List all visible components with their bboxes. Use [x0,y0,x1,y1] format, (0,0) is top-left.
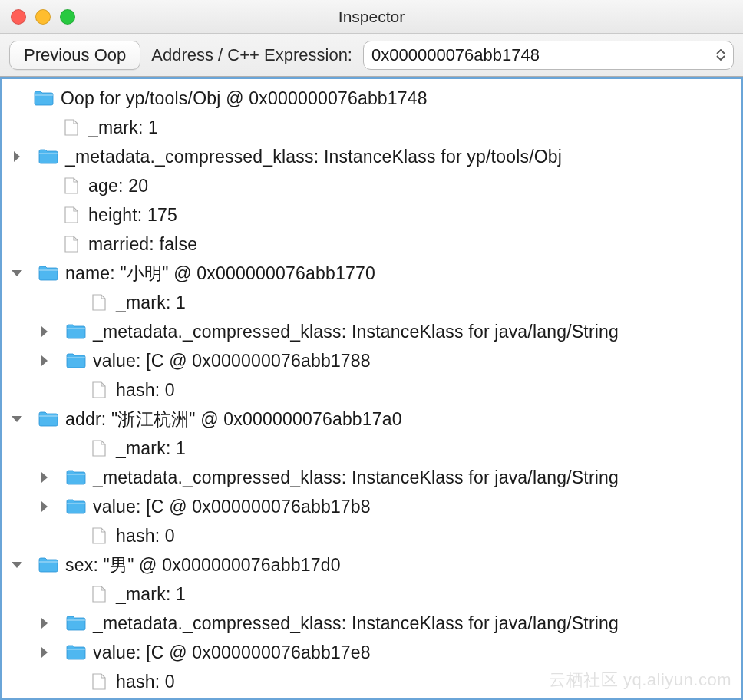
tree-label: _metadata._compressed_klass: InstanceKla… [65,147,562,167]
disclosure-down-icon[interactable] [11,560,23,570]
tree-label: age: 20 [88,176,148,196]
tree-label: height: 175 [88,205,177,226]
disclosure-down-icon[interactable] [11,268,23,279]
file-icon [62,177,81,195]
folder-icon [66,614,86,632]
tree-label: addr: "浙江杭洲" @ 0x000000076abb17a0 [65,408,402,431]
address-value: 0x000000076abb1748 [372,45,710,65]
tree-label: hash: 0 [116,526,175,546]
folder-icon [38,147,58,166]
file-icon [90,293,108,312]
folder-icon [38,410,58,428]
file-icon [90,672,108,691]
tree-row-sex-meta[interactable]: _metadata._compressed_klass: InstanceKla… [7,609,739,638]
tree-label: married: false [88,234,197,255]
disclosure-right-icon[interactable] [39,500,50,513]
address-label: Address / C++ Expression: [151,45,352,65]
tree-row-name-meta[interactable]: _metadata._compressed_klass: InstanceKla… [7,317,739,346]
folder-icon [38,556,58,574]
folder-icon [66,468,86,487]
chevron-down-icon [716,55,725,61]
close-window-button[interactable] [11,9,26,25]
tree-row-root[interactable]: Oop for yp/tools/Obj @ 0x000000076abb174… [7,84,739,113]
tree-row-sex-hash[interactable]: hash: 0 [7,667,739,696]
tree-row-sex-value[interactable]: value: [C @ 0x000000076abb17e8 [7,638,739,667]
tree-label: hash: 0 [116,380,175,401]
tree-row-name-mark[interactable]: _mark: 1 [7,288,739,317]
titlebar: Inspector [0,0,743,34]
disclosure-right-icon[interactable] [39,471,50,484]
tree-row-name-value[interactable]: value: [C @ 0x000000076abb1788 [7,346,739,375]
previous-oop-label: Previous Oop [24,45,126,65]
tree-label: hash: 0 [116,672,175,692]
folder-icon [66,352,86,370]
toolbar: Previous Oop Address / C++ Expression: 0… [0,34,743,77]
file-icon [62,206,81,224]
previous-oop-button[interactable]: Previous Oop [9,41,140,70]
tree-label: sex: "男" @ 0x000000076abb17d0 [65,553,341,577]
tree-row-addr-meta[interactable]: _metadata._compressed_klass: InstanceKla… [7,463,739,492]
folder-icon [66,497,86,516]
disclosure-right-icon[interactable] [39,355,50,367]
minimize-window-button[interactable] [35,9,51,25]
tree-row-name-hash[interactable]: hash: 0 [7,375,739,404]
tree-view[interactable]: Oop for yp/tools/Obj @ 0x000000076abb174… [0,77,743,700]
tree-row-addr-hash[interactable]: hash: 0 [7,521,739,550]
chevron-up-icon [716,49,725,55]
tree-label: _metadata._compressed_klass: InstanceKla… [93,613,619,634]
tree-row-addr[interactable]: addr: "浙江杭洲" @ 0x000000076abb17a0 [7,404,739,434]
folder-icon [34,89,54,107]
tree-label: _mark: 1 [116,584,186,605]
disclosure-right-icon[interactable] [39,617,50,629]
tree-label: value: [C @ 0x000000076abb17e8 [93,642,371,663]
combobox-stepper[interactable] [716,49,725,61]
tree-label: _mark: 1 [116,292,186,313]
file-icon [62,118,81,137]
disclosure-right-icon[interactable] [39,325,50,338]
tree-row-age[interactable]: age: 20 [7,171,739,200]
tree-row-sex-mark[interactable]: _mark: 1 [7,579,739,609]
file-icon [90,439,108,457]
address-combobox[interactable]: 0x000000076abb1748 [363,41,734,70]
tree-row-addr-value[interactable]: value: [C @ 0x000000076abb17b8 [7,492,739,521]
inspector-window: Inspector Previous Oop Address / C++ Exp… [0,0,743,700]
file-icon [90,585,108,603]
tree-row-mark[interactable]: _mark: 1 [7,113,739,142]
file-icon [62,235,81,253]
disclosure-right-icon[interactable] [12,150,22,163]
zoom-window-button[interactable] [60,9,75,25]
tree-row-sex[interactable]: sex: "男" @ 0x000000076abb17d0 [7,550,739,579]
window-controls [11,9,75,25]
tree-label: _metadata._compressed_klass: InstanceKla… [93,322,619,342]
folder-icon [66,322,86,341]
tree-row-addr-mark[interactable]: _mark: 1 [7,434,739,463]
tree-row-name[interactable]: name: "小明" @ 0x000000076abb1770 [7,259,739,288]
file-icon [90,381,108,399]
tree-row-married[interactable]: married: false [7,229,739,259]
tree-label: _mark: 1 [116,438,186,459]
folder-icon [38,264,58,282]
folder-icon [66,643,86,662]
tree-label: _metadata._compressed_klass: InstanceKla… [93,467,619,488]
disclosure-down-icon[interactable] [11,414,23,424]
tree-label: value: [C @ 0x000000076abb17b8 [93,497,371,517]
window-title: Inspector [0,8,743,26]
tree-row-metadata[interactable]: _metadata._compressed_klass: InstanceKla… [7,142,739,171]
tree-row-height[interactable]: height: 175 [7,200,739,229]
tree-label: name: "小明" @ 0x000000076abb1770 [65,262,375,286]
file-icon [90,527,108,545]
tree-label: value: [C @ 0x000000076abb1788 [93,351,371,371]
tree-label: _mark: 1 [88,117,158,138]
tree-label: Oop for yp/tools/Obj @ 0x000000076abb174… [61,88,428,109]
disclosure-right-icon[interactable] [39,646,50,659]
